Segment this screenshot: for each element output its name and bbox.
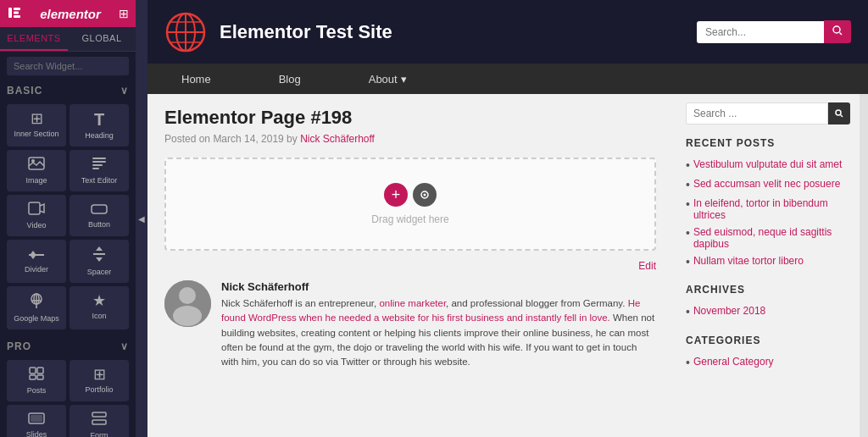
svg-rect-12 bbox=[29, 254, 44, 256]
author-avatar bbox=[164, 280, 211, 327]
svg-rect-28 bbox=[31, 415, 42, 422]
site-logo-area: Elementor Test Site bbox=[164, 11, 392, 53]
drop-zone: + Drag widget here bbox=[164, 158, 656, 251]
svg-rect-6 bbox=[92, 158, 106, 159]
page-main: Elementor Page #198 Posted on March 14, … bbox=[147, 94, 673, 437]
svg-rect-11 bbox=[92, 205, 107, 213]
widget-label: Spacer bbox=[87, 268, 112, 276]
widget-label: Posts bbox=[27, 386, 47, 395]
nav-home[interactable]: Home bbox=[147, 64, 245, 94]
svg-rect-25 bbox=[30, 375, 36, 379]
svg-marker-13 bbox=[31, 251, 36, 254]
categories-title: CATEGORIES bbox=[686, 335, 847, 346]
drop-zone-label: Drag widget here bbox=[371, 213, 448, 225]
widget-text-editor[interactable]: Text Editor bbox=[70, 150, 129, 191]
add-widget-button[interactable]: + bbox=[384, 183, 408, 207]
widget-image[interactable]: Image bbox=[7, 150, 66, 191]
main-content: Elementor Test Site Home Blog About ▾ El… bbox=[147, 0, 868, 437]
spacer-icon bbox=[93, 246, 105, 264]
panel-toggle-arrow[interactable]: ◀ bbox=[136, 0, 147, 437]
collapse-icon: ∨ bbox=[120, 85, 129, 97]
recent-posts-list: Vestibulum vulputate dui sit amet Sed ac… bbox=[686, 156, 847, 271]
site-title: Elementor Test Site bbox=[220, 21, 392, 43]
author-bio-text: Nick Schäferhoff is an entrepreneur, onl… bbox=[221, 298, 654, 367]
svg-line-49 bbox=[841, 114, 843, 117]
panel-header: elementor ⊞ bbox=[0, 0, 136, 27]
widget-heading[interactable]: T Heading bbox=[70, 104, 129, 147]
list-item: In eleifend, tortor in bibendum ultrices bbox=[686, 195, 847, 224]
svg-point-22 bbox=[36, 307, 37, 308]
author-link[interactable]: Nick Schäferhoff bbox=[300, 133, 375, 145]
panel-tabs: ELEMENTS GLOBAL bbox=[0, 27, 136, 52]
page-meta: Posted on March 14, 2019 by Nick Schäfer… bbox=[164, 133, 656, 145]
collapse-pro-icon: ∨ bbox=[120, 340, 129, 352]
list-item: Nullam vitae tortor libero bbox=[686, 252, 847, 272]
svg-rect-10 bbox=[29, 202, 40, 214]
svg-rect-9 bbox=[92, 168, 99, 169]
widget-label: Form bbox=[91, 431, 108, 437]
widget-divider[interactable]: Divider bbox=[7, 240, 66, 283]
inner-section-icon: ⊞ bbox=[31, 111, 43, 126]
svg-rect-0 bbox=[8, 8, 12, 18]
site-search-button[interactable] bbox=[824, 20, 851, 43]
video-icon bbox=[28, 202, 45, 218]
elementor-logo bbox=[7, 5, 22, 23]
widget-options-button[interactable] bbox=[413, 183, 437, 207]
posts-icon bbox=[29, 367, 44, 383]
svg-rect-1 bbox=[14, 8, 20, 10]
form-icon bbox=[92, 412, 107, 428]
svg-rect-26 bbox=[37, 375, 43, 379]
sidebar-search-button[interactable] bbox=[828, 102, 850, 124]
scrollbar[interactable] bbox=[860, 94, 868, 437]
svg-rect-2 bbox=[14, 11, 19, 14]
recent-post-link[interactable]: Sed accumsan velit nec posuere bbox=[693, 178, 840, 190]
recent-post-link[interactable]: Nullam vitae tortor libero bbox=[693, 255, 804, 267]
recent-post-link[interactable]: In eleifend, tortor in bibendum ultrices bbox=[693, 197, 847, 221]
category-link[interactable]: General Category bbox=[693, 356, 774, 368]
pro-widgets-grid: Posts ⊞ Portfolio Slides Form Login bbox=[0, 357, 136, 437]
site-header: Elementor Test Site bbox=[147, 0, 868, 64]
archives-list: November 2018 bbox=[686, 302, 847, 322]
edit-link[interactable]: Edit bbox=[638, 260, 656, 272]
widget-inner-section[interactable]: ⊞ Inner Section bbox=[7, 104, 66, 147]
panel-title: elementor bbox=[22, 7, 119, 21]
image-icon bbox=[28, 157, 45, 173]
widget-spacer[interactable]: Spacer bbox=[70, 240, 129, 283]
search-widget-area bbox=[0, 52, 136, 80]
svg-point-48 bbox=[836, 110, 841, 115]
nav-blog[interactable]: Blog bbox=[245, 64, 335, 94]
list-item: General Category bbox=[686, 353, 847, 373]
categories-list: General Category bbox=[686, 353, 847, 373]
widget-posts[interactable]: Posts bbox=[7, 360, 66, 401]
list-item: Sed euismod, neque id sagittis dapibus bbox=[686, 224, 847, 252]
recent-post-link[interactable]: Sed euismod, neque id sagittis dapibus bbox=[693, 226, 847, 250]
svg-marker-14 bbox=[31, 256, 36, 259]
online-marketer-link[interactable]: online marketer bbox=[379, 298, 446, 308]
nav-about-label: About bbox=[369, 73, 398, 86]
page-body: Elementor Page #198 Posted on March 14, … bbox=[147, 94, 868, 437]
list-item: Vestibulum vulputate dui sit amet bbox=[686, 156, 847, 175]
sidebar-search bbox=[686, 102, 847, 124]
widget-video[interactable]: Video bbox=[7, 195, 66, 236]
site-nav: Home Blog About ▾ bbox=[147, 64, 868, 94]
sidebar-search-input[interactable] bbox=[686, 102, 828, 124]
basic-section-header[interactable]: BASIC ∨ bbox=[0, 80, 136, 101]
recent-post-link[interactable]: Vestibulum vulputate dui sit amet bbox=[693, 158, 842, 170]
archive-link[interactable]: November 2018 bbox=[693, 305, 765, 317]
widget-slides[interactable]: Slides bbox=[7, 405, 66, 437]
widget-google-maps[interactable]: Google Maps bbox=[7, 286, 66, 329]
widget-label: Inner Section bbox=[14, 130, 58, 138]
widget-icon[interactable]: ★ Icon bbox=[70, 286, 129, 329]
site-search-input[interactable] bbox=[697, 21, 824, 43]
author-info: Nick Schäferhoff Nick Schäferhoff is an … bbox=[221, 280, 656, 369]
widget-portfolio[interactable]: ⊞ Portfolio bbox=[70, 360, 129, 401]
grid-icon[interactable]: ⊞ bbox=[119, 7, 129, 20]
page-sidebar: RECENT POSTS Vestibulum vulputate dui si… bbox=[673, 94, 860, 437]
widget-button[interactable]: Button bbox=[70, 195, 129, 236]
search-input[interactable] bbox=[7, 57, 129, 75]
tab-global[interactable]: GLOBAL bbox=[68, 27, 136, 51]
widget-form[interactable]: Form bbox=[70, 405, 129, 437]
pro-section-header[interactable]: PRO ∨ bbox=[0, 336, 136, 357]
nav-about[interactable]: About ▾ bbox=[335, 64, 441, 94]
tab-elements[interactable]: ELEMENTS bbox=[0, 27, 68, 51]
